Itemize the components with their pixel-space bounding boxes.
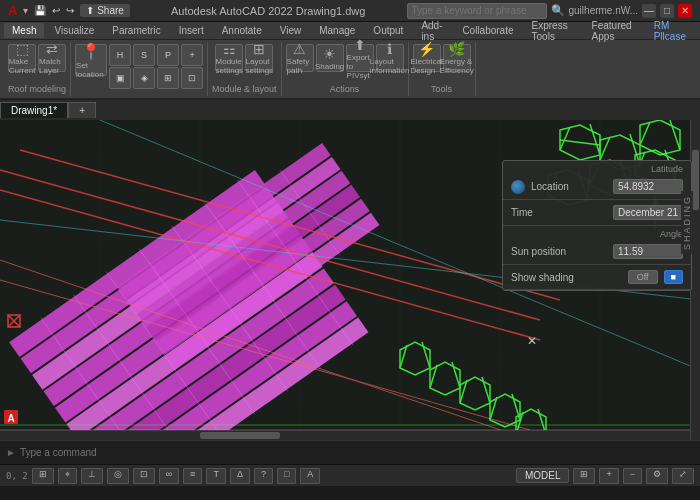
tab-annotate[interactable]: Annotate <box>214 23 270 38</box>
close-button[interactable]: ✕ <box>678 4 692 18</box>
ortho-toggle[interactable]: ⊥ <box>81 468 103 484</box>
module-settings-button[interactable]: ⚏ Module settings <box>215 44 243 72</box>
search-icon[interactable]: 🔍 <box>551 4 565 17</box>
osnap-toggle[interactable]: ⊡ <box>133 468 155 484</box>
tools-group-label: Tools <box>431 82 452 94</box>
coord-display: 0, 2 <box>6 471 28 481</box>
shading-side-label: SHADING <box>681 191 693 254</box>
drawing-area[interactable]: Drawing1* + <box>0 100 700 440</box>
extra1-button[interactable]: ▣ <box>109 67 131 89</box>
sel-toggle[interactable]: □ <box>277 468 296 484</box>
cmd-input[interactable] <box>20 447 694 458</box>
tab-mesh[interactable]: Mesh <box>4 23 44 38</box>
tab-insert[interactable]: Insert <box>171 23 212 38</box>
workspace-button[interactable]: ⚙ <box>646 468 668 484</box>
new-tab-button[interactable]: + <box>68 102 96 118</box>
energy-efficiency-button[interactable]: 🌿 Energy & Efficiency <box>443 44 471 72</box>
tab-featured[interactable]: Featured Apps <box>584 18 644 44</box>
app-title: Autodesk AutoCAD 2022 Drawing1.dwg <box>171 5 365 17</box>
assign-parapet-button[interactable]: P <box>157 44 179 66</box>
horizontal-scrollbar[interactable] <box>0 430 690 440</box>
svg-text:✕: ✕ <box>527 334 537 348</box>
layout-buttons[interactable]: ⊞ <box>573 468 595 484</box>
tab-output[interactable]: Output <box>365 23 411 38</box>
otrack-toggle[interactable]: ∞ <box>159 468 179 484</box>
time-row: Time <box>503 200 691 226</box>
extra4-button[interactable]: ⊡ <box>181 67 203 89</box>
toolbar: ⬚ Make Current ⇄ Match Layer Roof modeli… <box>0 40 700 100</box>
electrical-design-button[interactable]: ⚡ Electrical Design <box>413 44 441 72</box>
toolbar-icons-tools: ⚡ Electrical Design 🌿 Energy & Efficienc… <box>413 44 471 72</box>
assign-slope-button[interactable]: S <box>133 44 155 66</box>
layout-info-button[interactable]: ℹ Layout information <box>376 44 404 72</box>
module-group-label: Module & layout <box>212 82 277 94</box>
match-layer-button[interactable]: ⇄ Match Layer <box>38 44 66 72</box>
tab-parametric[interactable]: Parametric <box>104 23 168 38</box>
tab-view[interactable]: View <box>272 23 310 38</box>
quicksave-icon[interactable]: 💾 <box>34 5 46 16</box>
redo-icon[interactable]: ↪ <box>66 5 74 16</box>
search-input[interactable] <box>407 3 547 19</box>
fullscreen-button[interactable]: ⤢ <box>672 468 694 484</box>
toolbar-icons-actions: ⚠ Safety path ☀ Shading ⬆ Export to PIVs… <box>286 44 404 72</box>
drawing1-tab[interactable]: Drawing1* <box>0 102 68 118</box>
vertical-scroll-thumb[interactable] <box>692 150 699 210</box>
show-shading-off-button[interactable]: Off <box>628 270 658 284</box>
time-input[interactable] <box>613 205 683 220</box>
location-label: Location <box>531 181 607 192</box>
make-current-button[interactable]: ⬚ Make Current <box>8 44 36 72</box>
grid-toggle[interactable]: ⊞ <box>32 468 54 484</box>
zoom-in-button[interactable]: + <box>599 468 618 484</box>
tab-express[interactable]: Express Tools <box>524 18 582 44</box>
model-label[interactable]: MODEL <box>516 468 570 483</box>
tab-bar: Drawing1* + <box>0 100 700 120</box>
toolbar-group-assign: 📍 Set location H S P + ▣ ◈ ⊞ ⊡ <box>71 42 208 96</box>
actions-group-label: Actions <box>330 82 360 94</box>
extra2-button[interactable]: ◈ <box>133 67 155 89</box>
shading-panel: Latitude Location Time Angle Sun positio… <box>502 160 692 291</box>
titlebar-right: 🔍 guilherme.nW... — □ ✕ <box>407 3 692 19</box>
horizontal-scroll-thumb[interactable] <box>200 432 280 439</box>
safety-path-button[interactable]: ⚠ Safety path <box>286 44 314 72</box>
shading-button[interactable]: ☀ Shading <box>316 44 344 72</box>
undo-icon[interactable]: ↩ <box>52 5 60 16</box>
svg-text:A: A <box>7 413 14 424</box>
sun-position-label: Sun position <box>511 246 607 257</box>
status-left: 0, 2 ⊞ ⌖ ⊥ ◎ ⊡ ∞ ≡ T Δ ? □ A <box>6 468 512 484</box>
sun-position-input[interactable] <box>613 244 683 259</box>
zoom-out-button[interactable]: − <box>623 468 642 484</box>
lineweight-toggle[interactable]: ≡ <box>183 468 202 484</box>
menu-file[interactable]: ▾ <box>23 5 28 16</box>
set-location-button[interactable]: 📍 Set location <box>75 44 107 76</box>
tab-addins[interactable]: Add-ins <box>413 18 452 44</box>
dyn-toggle[interactable]: Δ <box>230 468 250 484</box>
user-info[interactable]: guilherme.nW... <box>569 5 638 16</box>
create-object-button[interactable]: + <box>181 44 203 66</box>
angle-header: Angle <box>503 226 691 239</box>
tab-rm[interactable]: RM Pllcase <box>646 18 696 44</box>
layout-settings-button[interactable]: ⊞ Layout settings <box>245 44 273 72</box>
roof-group-label: Roof modeling <box>8 82 66 94</box>
maximize-button[interactable]: □ <box>660 4 674 18</box>
toolbar-group-tools: ⚡ Electrical Design 🌿 Energy & Efficienc… <box>409 42 476 96</box>
snap-toggle[interactable]: ⌖ <box>58 468 77 484</box>
share-button[interactable]: ⬆ Share <box>80 4 129 17</box>
status-right: MODEL ⊞ + − ⚙ ⤢ <box>516 468 694 484</box>
tab-visualize[interactable]: Visualize <box>46 23 102 38</box>
toolbar-group-module: ⚏ Module settings ⊞ Layout settings Modu… <box>208 42 282 96</box>
show-shading-label: Show shading <box>511 272 622 283</box>
tab-collaborate[interactable]: Collaborate <box>454 23 521 38</box>
app-icon: A <box>8 3 17 18</box>
location-input[interactable] <box>613 179 683 194</box>
qp-toggle[interactable]: ? <box>254 468 273 484</box>
polar-toggle[interactable]: ◎ <box>107 468 129 484</box>
tspace-toggle[interactable]: T <box>206 468 226 484</box>
assign-height-button[interactable]: H <box>109 44 131 66</box>
annotation-toggle[interactable]: A <box>300 468 320 484</box>
show-shading-on-button[interactable]: ■ <box>664 270 683 284</box>
toolbar-icons-roof: ⬚ Make Current ⇄ Match Layer <box>8 44 66 72</box>
minimize-button[interactable]: — <box>642 4 656 18</box>
titlebar-center: Autodesk AutoCAD 2022 Drawing1.dwg <box>171 5 365 17</box>
extra3-button[interactable]: ⊞ <box>157 67 179 89</box>
globe-icon <box>511 180 525 194</box>
